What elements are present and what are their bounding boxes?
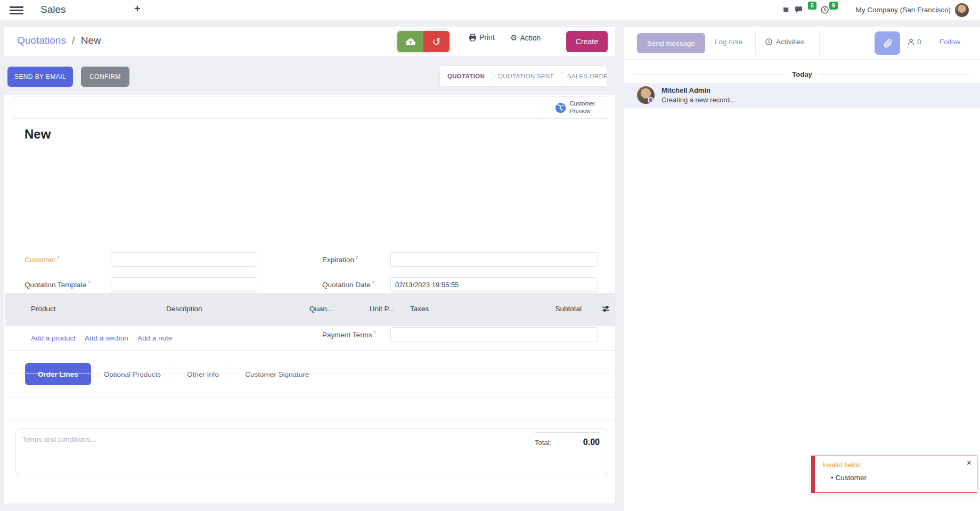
today-divider: Today <box>624 70 980 78</box>
breadcrumb: Quotations / New <box>17 35 101 46</box>
activities-label: Activities <box>776 38 804 46</box>
empty-order-line <box>5 374 616 398</box>
save-button[interactable] <box>397 31 423 52</box>
activities-count-badge: 9 <box>829 2 838 10</box>
divider-line <box>634 74 786 75</box>
print-button[interactable]: Print <box>469 33 495 42</box>
invalid-fields-toast: Invalid fields: Customer × <box>811 456 977 493</box>
company-switcher[interactable]: My Company (San Francisco) <box>855 6 951 14</box>
cloud-upload-icon <box>405 38 416 46</box>
record-title: New <box>24 127 51 142</box>
send-by-email-button[interactable]: SEND BY EMAIL <box>7 67 73 87</box>
expiration-field-label: Expiration? <box>322 255 358 264</box>
step-sales-order[interactable]: SALES ORDER <box>560 73 607 79</box>
order-total: Total: 0.00 <box>535 432 600 447</box>
quotation-template-field-label: Quotation Template? <box>24 280 91 289</box>
action-button[interactable]: ⚙ Action <box>510 33 541 43</box>
empty-order-line <box>5 351 616 374</box>
quotation-date-input[interactable] <box>390 277 598 292</box>
print-label: Print <box>479 33 495 42</box>
paperclip-icon <box>883 38 893 48</box>
expiration-input[interactable] <box>390 252 598 267</box>
debug-bug-icon[interactable] <box>782 5 790 13</box>
close-icon[interactable]: × <box>967 458 971 468</box>
help-marker: ? <box>372 280 374 285</box>
empty-order-line <box>5 398 616 421</box>
message-author: Mitchell Admin <box>662 86 710 94</box>
follow-button[interactable]: Follow <box>940 38 960 46</box>
follower-count: 0 <box>917 38 921 46</box>
chatter-panel: Send message Log note Activities <box>624 27 980 511</box>
log-note-button[interactable]: Log note <box>715 38 743 46</box>
total-value: 0.00 <box>583 437 600 447</box>
top-navbar: Sales + 5 9 My Company (San Francisco) <box>0 0 980 20</box>
column-quantity: Quan... <box>296 305 333 313</box>
messages-icon[interactable] <box>795 5 804 14</box>
total-label: Total: <box>535 439 551 447</box>
help-marker: ? <box>88 280 91 285</box>
customer-preview-button[interactable]: CustomerPreview <box>542 97 608 118</box>
sheet-top-strip: CustomerPreview <box>13 96 608 119</box>
hamburger-menu-icon[interactable] <box>10 5 23 15</box>
attach-files-button[interactable] <box>875 31 900 55</box>
user-avatar[interactable] <box>955 3 969 17</box>
column-product: Product <box>31 305 56 313</box>
customer-preview-label: CustomerPreview <box>570 100 595 115</box>
customer-input[interactable] <box>111 252 257 267</box>
messages-count-badge: 5 <box>808 2 816 10</box>
chatter-message: Mitchell Admin Creating a new record... <box>624 83 980 108</box>
terms-and-conditions-input[interactable] <box>22 435 448 467</box>
column-subtotal: Subtotal <box>538 305 582 313</box>
add-a-section-link[interactable]: Add a section <box>85 334 128 342</box>
send-message-button[interactable]: Send message <box>637 33 705 53</box>
globe-icon <box>555 102 566 113</box>
quotation-date-field-label: Quotation Date? <box>322 280 374 289</box>
column-description: Description <box>166 305 202 313</box>
clock-icon <box>765 38 773 46</box>
breadcrumb-current: New <box>81 35 101 46</box>
order-lines-add-row: Add a product Add a section Add a note <box>5 326 616 351</box>
order-lines-header: Product Description Quan... Unit P... Ta… <box>5 293 616 326</box>
today-label: Today <box>792 70 812 78</box>
discard-button[interactable]: ↺ <box>423 31 450 52</box>
save-discard-group: ↺ <box>397 31 450 52</box>
toast-invalid-field: Customer <box>831 474 867 482</box>
terms-and-total-box: Total: 0.00 <box>15 428 608 475</box>
help-marker: ? <box>57 255 60 260</box>
divider-line <box>819 74 970 75</box>
column-unit-price: Unit P... <box>357 305 394 313</box>
undo-icon: ↺ <box>432 37 441 47</box>
toolbar-divider <box>819 31 820 55</box>
new-tab-button[interactable]: + <box>134 3 141 15</box>
step-quotation-sent[interactable]: QUOTATION SENT <box>491 73 561 79</box>
app-menu-sales[interactable]: Sales <box>40 4 66 15</box>
message-body: Creating a new record... <box>662 96 736 104</box>
optional-columns-sliders-icon[interactable] <box>601 304 610 313</box>
form-sheet: CustomerPreview New Customer? Quotation … <box>4 95 615 504</box>
customer-field-label: Customer? <box>24 255 60 264</box>
followers-button[interactable]: 0 <box>907 38 921 46</box>
quotation-template-input[interactable] <box>111 277 257 292</box>
add-a-product-link[interactable]: Add a product <box>31 334 76 342</box>
breadcrumb-separator: / <box>69 35 78 46</box>
toolbar-divider <box>755 31 756 55</box>
printer-icon <box>469 34 477 42</box>
activities-button[interactable]: Activities <box>765 38 804 46</box>
column-taxes: Taxes <box>410 305 429 313</box>
add-a-note-link[interactable]: Add a note <box>137 334 172 342</box>
activities-clock-icon[interactable] <box>820 5 829 14</box>
breadcrumb-quotations-link[interactable]: Quotations <box>17 35 66 46</box>
help-marker: ? <box>355 255 358 260</box>
action-label: Action <box>520 34 541 42</box>
chatter-toolbar: Send message Log note Activities <box>624 27 980 60</box>
online-status-dot <box>648 97 654 103</box>
gear-icon: ⚙ <box>510 33 517 43</box>
step-quotation[interactable]: QUOTATION <box>440 73 492 79</box>
toast-title: Invalid fields: <box>822 461 862 469</box>
person-icon <box>907 38 915 46</box>
create-button[interactable]: Create <box>566 31 608 52</box>
odoo-sales-app: Sales + 5 9 My Company (San Francisco) <box>0 0 980 511</box>
control-panel: Quotations / New ↺ <box>4 27 615 56</box>
status-steps: QUOTATION QUOTATION SENT SALES ORDER <box>439 66 607 87</box>
confirm-button[interactable]: CONFIRM <box>81 67 129 87</box>
